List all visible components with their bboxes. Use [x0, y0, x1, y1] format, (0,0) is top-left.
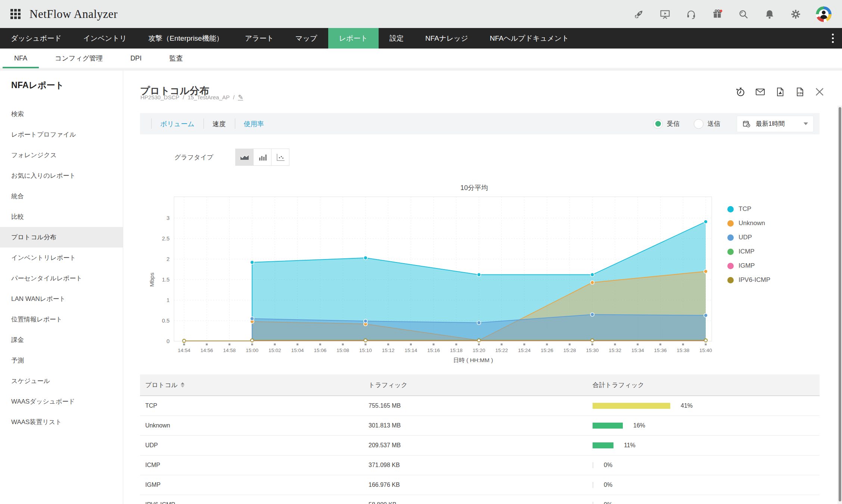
svg-text:1: 1 [167, 297, 170, 303]
close-icon[interactable] [814, 86, 825, 97]
export-csv-icon[interactable]: CSV [794, 86, 805, 97]
nav-item[interactable]: インベントリ [72, 28, 138, 49]
traffic-bar [593, 502, 593, 504]
subnav-item[interactable]: コンフィグ管理 [55, 49, 103, 68]
export-pdf-icon[interactable] [774, 86, 786, 97]
email-icon[interactable] [755, 86, 766, 97]
bar-chart-button[interactable] [253, 149, 271, 166]
legend-item[interactable]: IPV6-ICMP [727, 273, 770, 287]
protocol-table: プロトコル トラフィック 合計トラフィック TCP 755.165 MB 41% [140, 374, 820, 504]
settings-gear-icon[interactable] [790, 8, 802, 20]
time-range-value: 最新1時間 [756, 119, 784, 128]
topbar: NetFlow Analyzer [0, 0, 842, 28]
topbar-icons [633, 6, 832, 22]
search-icon[interactable] [737, 8, 749, 20]
nav-item[interactable]: マップ [285, 28, 328, 49]
notifications-bell-icon[interactable] [764, 8, 776, 20]
nav-item[interactable]: レポート [328, 28, 379, 49]
edit-pencil-icon[interactable]: ✎ [238, 94, 243, 100]
sort-icon[interactable] [181, 382, 184, 388]
subnav-item[interactable]: DPI [130, 49, 142, 68]
nav-item[interactable]: NFAヘルプドキュメント [479, 28, 580, 49]
svg-text:15:36: 15:36 [654, 348, 667, 353]
sidebar-item[interactable]: 予測 [0, 350, 123, 371]
chart-legend: TCP Unknown UDP ICMP [727, 202, 770, 287]
nav-item[interactable]: ダッシュボード [0, 28, 72, 49]
nav-item[interactable]: NFAナレッジ [414, 28, 479, 49]
sidebar-item[interactable]: 課金 [0, 330, 123, 350]
whats-new-gift-icon[interactable] [711, 8, 723, 20]
svg-text:15:06: 15:06 [314, 348, 327, 353]
graph-type-label: グラフタイプ [174, 153, 213, 162]
subnav-item[interactable]: NFA [14, 49, 27, 68]
svg-text:15:00: 15:00 [246, 348, 258, 353]
sidebar-list: 検索レポートプロファイルフォレンジクスお気に入りのレポート統合比較プロトコル分布… [0, 104, 123, 432]
cell-traffic: 301.813 MB [369, 422, 593, 429]
view-tab[interactable]: ボリューム [151, 119, 203, 128]
svg-text:15:16: 15:16 [427, 348, 440, 353]
svg-text:15:30: 15:30 [586, 348, 599, 353]
legend-item[interactable]: ICMP [727, 245, 770, 259]
cell-total-traffic: 16% [593, 422, 820, 429]
sidebar-item[interactable]: 統合 [0, 186, 123, 206]
cell-protocol: ICMP [140, 462, 369, 469]
direction-radio[interactable]: 受信 [653, 119, 680, 129]
direction-radio[interactable]: 送信 [694, 119, 720, 129]
legend-item[interactable]: IGMP [727, 259, 770, 273]
traffic-percent: 41% [681, 402, 693, 409]
svg-text:2: 2 [167, 256, 170, 262]
traffic-percent: 0% [604, 462, 612, 469]
traffic-bar [593, 403, 670, 409]
sidebar-item[interactable]: 検索 [0, 104, 123, 124]
support-headset-icon[interactable] [685, 8, 697, 20]
area-chart-button[interactable] [235, 149, 254, 166]
cell-protocol: IPV6-ICMP [140, 501, 369, 504]
breadcrumb-interface[interactable]: 15_TestArea_AP [187, 94, 230, 100]
table-row: IPV6-ICMP 58.800 KB 0% [140, 495, 820, 504]
user-avatar[interactable] [816, 6, 832, 22]
subnav-item[interactable]: 監査 [169, 49, 183, 68]
schedule-stopwatch-icon[interactable] [735, 86, 746, 97]
more-menu-icon[interactable] [824, 28, 842, 49]
sidebar-item[interactable]: インベントリレポート [0, 248, 123, 268]
legend-item[interactable]: UDP [727, 230, 770, 245]
nav-item[interactable]: 攻撃（Enterprise機能） [137, 28, 234, 49]
sidebar-item[interactable]: スケジュール [0, 371, 123, 391]
sidebar-item[interactable]: パーセンタイルレポート [0, 268, 123, 289]
sidebar-item[interactable]: レポートプロファイル [0, 124, 123, 145]
demo-player-icon[interactable] [659, 8, 671, 20]
table-row: Unknown 301.813 MB 16% [140, 416, 820, 436]
sidebar-item[interactable]: 比較 [0, 206, 123, 227]
sidebar: NFAレポート 検索レポートプロファイルフォレンジクスお気に入りのレポート統合比… [0, 71, 123, 504]
apps-grid-icon[interactable] [10, 9, 21, 19]
svg-text:14:54: 14:54 [178, 348, 190, 353]
svg-text:CSV: CSV [798, 91, 804, 95]
sidebar-item[interactable]: プロトコル分布 [0, 227, 123, 248]
sidebar-item[interactable]: お気に入りのレポート [0, 165, 123, 186]
scrollbar-thumb[interactable] [839, 107, 841, 501]
sidebar-item[interactable]: LAN WANレポート [0, 289, 123, 309]
rocket-icon[interactable] [633, 8, 645, 20]
vertical-scrollbar [838, 106, 842, 504]
sidebar-item[interactable]: WAAS装置リスト [0, 412, 123, 432]
view-tabs: ボリューム速度使用率 [151, 119, 273, 128]
sidebar-item[interactable]: WAASダッシュボード [0, 391, 123, 412]
sidebar-item[interactable]: 位置情報レポート [0, 309, 123, 330]
netflow-analyzer-screen: NetFlow Analyzer [0, 0, 842, 504]
nav-item[interactable]: 設定 [379, 28, 414, 49]
legend-item[interactable]: Unknown [727, 216, 770, 230]
view-tab[interactable]: 使用率 [235, 119, 273, 128]
svg-text:15:14: 15:14 [404, 348, 417, 353]
table-row: UDP 209.537 MB 11% [140, 436, 820, 455]
col-protocol-label[interactable]: プロトコル [145, 381, 178, 389]
nav-item[interactable]: アラート [234, 28, 285, 49]
view-tab[interactable]: 速度 [203, 119, 235, 128]
time-range-dropdown[interactable]: 最新1時間 [737, 116, 814, 132]
legend-item[interactable]: TCP [727, 202, 770, 216]
sidebar-item[interactable]: フォレンジクス [0, 145, 123, 165]
traffic-percent: 11% [624, 442, 636, 449]
breadcrumb-device[interactable]: HP2530_DSCP [140, 94, 179, 100]
direction-and-range: 受信 送信 最新1時間 [653, 116, 814, 132]
svg-text:15:40: 15:40 [699, 348, 712, 353]
scatter-chart-button[interactable] [271, 149, 289, 166]
